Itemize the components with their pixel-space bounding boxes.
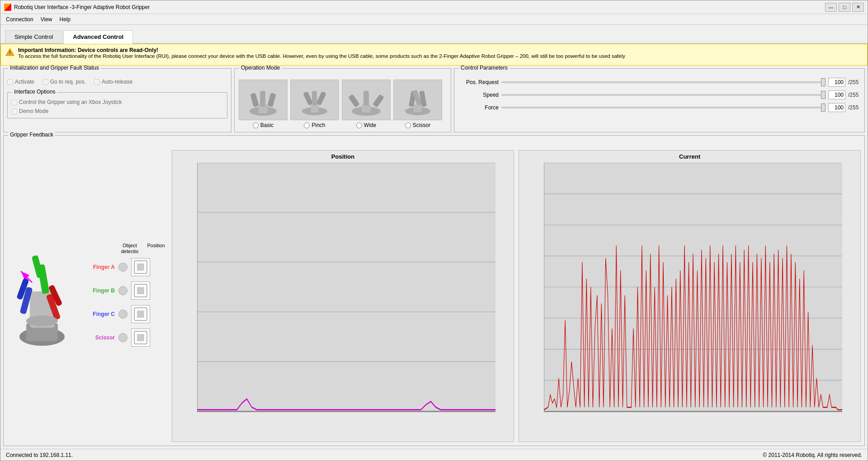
charts-section: Position — [172, 150, 861, 442]
svg-rect-39 — [137, 310, 144, 318]
force-row: Force 100 /255 — [458, 100, 861, 113]
mode-wide-image — [342, 80, 391, 120]
feedback-inner: Objectdetectio Position Finger A — [7, 144, 861, 442]
mode-pinch-label: Pinch — [311, 122, 325, 128]
tab-simple-control[interactable]: Simple Control — [5, 30, 62, 43]
pos-request-slider[interactable] — [501, 81, 826, 83]
app-icon — [4, 4, 11, 11]
connection-status: Connected to 192.168.1.11. — [6, 452, 73, 458]
mode-scissor-radio[interactable] — [405, 122, 411, 128]
auto-release-checkbox-label[interactable]: Auto-release — [94, 79, 132, 85]
finger-a-pos — [131, 258, 150, 276]
demo-mode-checkbox[interactable] — [11, 108, 17, 114]
svg-rect-4 — [250, 93, 259, 107]
finger-b-label: Finger B — [87, 287, 115, 294]
scissor-pos-icon — [132, 329, 149, 346]
maximize-button[interactable]: □ — [839, 3, 850, 12]
xbox-joystick-checkbox[interactable] — [11, 99, 17, 105]
scissor-led — [118, 333, 127, 342]
mode-basic-image — [239, 80, 288, 120]
mode-scissor: Scissor — [393, 80, 443, 128]
mode-basic-radio[interactable] — [253, 122, 259, 128]
svg-rect-42 — [197, 163, 495, 411]
svg-point-33 — [26, 315, 58, 326]
menu-connection[interactable]: Connection — [2, 15, 37, 24]
position-chart: Position — [172, 150, 514, 442]
menu-help[interactable]: Help — [56, 15, 75, 24]
activate-checkbox[interactable] — [7, 79, 13, 85]
go-to-pos-checkbox[interactable] — [42, 79, 48, 85]
position-col-header: Position — [145, 243, 167, 254]
speed-row: Speed 100 /255 — [458, 88, 861, 100]
finger-table-header: Objectdetectio Position — [118, 243, 167, 254]
speed-value: 100 — [828, 90, 845, 99]
svg-rect-11 — [312, 91, 317, 105]
auto-release-checkbox[interactable] — [94, 79, 100, 85]
finger-table-wrap: Objectdetectio Position Finger A — [87, 243, 167, 349]
speed-slider[interactable] — [501, 94, 826, 96]
svg-rect-35 — [137, 263, 144, 271]
scissor-row: Scissor — [87, 326, 167, 349]
position-chart-area: 0 50 100 150 200 250 Encoder Count — [172, 161, 514, 442]
title-bar: Robotiq User Interface -3-Finger Adaptiv… — [0, 0, 868, 14]
mode-scissor-radio-row[interactable]: Scissor — [405, 122, 430, 128]
mode-pinch: Pinch — [290, 80, 340, 128]
wide-gripper-svg — [346, 82, 387, 118]
current-chart-svg: 0 100 200 300 400 500 600 700 800 Curre — [544, 163, 842, 428]
interface-options-title: Interface Options — [12, 89, 57, 95]
init-panel: Initialization and Gripper Fault Status … — [3, 68, 231, 132]
go-to-pos-checkbox-label[interactable]: Go to req. pos. — [42, 79, 86, 85]
warning-icon: ! — [5, 47, 14, 56]
init-checkbox-row: Activate Go to req. pos. Auto-release — [7, 75, 227, 85]
svg-rect-18 — [414, 104, 422, 112]
finger-b-pos — [131, 282, 150, 300]
title-bar-left: Robotiq User Interface -3-Finger Adaptiv… — [4, 4, 150, 11]
finger-b-row: Finger B — [87, 279, 167, 302]
operation-mode-title: Operation Mode — [239, 66, 282, 71]
control-params-title: Control Parameters — [459, 66, 509, 71]
svg-rect-10 — [316, 91, 326, 106]
mode-pinch-radio-row[interactable]: Pinch — [304, 122, 325, 128]
force-label: Force — [458, 104, 499, 111]
activate-checkbox-label[interactable]: Activate — [7, 79, 34, 85]
svg-rect-9 — [303, 91, 313, 106]
finger-a-led — [118, 263, 127, 272]
mode-scissor-label: Scissor — [413, 122, 430, 128]
minimize-button[interactable]: — — [825, 3, 837, 12]
warning-text: Important Information: Device controls a… — [18, 47, 625, 59]
window-title: Robotiq User Interface -3-Finger Adaptiv… — [14, 4, 150, 10]
mode-wide-radio[interactable] — [356, 122, 362, 128]
title-bar-controls[interactable]: — □ ✕ — [825, 3, 864, 12]
operation-mode-panel: Operation Mode — [234, 68, 451, 132]
main-content: Initialization and Gripper Fault Status … — [0, 66, 868, 449]
interface-options-panel: Interface Options Control the Gripper us… — [7, 92, 227, 118]
scissor-label: Scissor — [87, 334, 115, 341]
status-bar: Connected to 192.168.1.11. © 2011-2014 R… — [0, 449, 868, 461]
gripper-3d-svg — [7, 228, 77, 359]
finger-c-pos — [131, 305, 150, 323]
close-button[interactable]: ✕ — [852, 3, 864, 12]
demo-mode-label[interactable]: Demo Mode — [11, 108, 223, 114]
mode-basic-radio-row[interactable]: Basic — [253, 122, 274, 128]
force-max: /255 — [848, 104, 861, 111]
current-chart-area: 0 100 200 300 400 500 600 700 800 Curre — [519, 161, 860, 442]
mode-pinch-radio[interactable] — [304, 122, 310, 128]
mode-wide-radio-row[interactable]: Wide — [356, 122, 376, 128]
svg-text:!: ! — [9, 50, 11, 55]
top-panels: Initialization and Gripper Fault Status … — [3, 68, 865, 132]
position-chart-title: Position — [172, 151, 514, 161]
finger-c-pos-icon — [132, 306, 149, 322]
svg-rect-37 — [137, 287, 144, 294]
warning-banner: ! Important Information: Device controls… — [0, 44, 868, 66]
xbox-joystick-label[interactable]: Control the Gripper using an Xbox Joysti… — [11, 99, 223, 105]
tab-advanced-control[interactable]: Advanced Control — [63, 30, 133, 44]
current-chart-title: Current — [519, 151, 860, 161]
svg-rect-14 — [348, 94, 360, 108]
menu-view[interactable]: View — [37, 15, 56, 24]
svg-rect-16 — [363, 91, 369, 106]
force-slider[interactable] — [501, 107, 826, 108]
mode-grid: Basic — [238, 75, 447, 128]
mode-basic: Basic — [238, 80, 288, 128]
init-panel-title: Initialization and Gripper Fault Status — [8, 66, 101, 71]
mode-basic-label: Basic — [260, 122, 274, 128]
